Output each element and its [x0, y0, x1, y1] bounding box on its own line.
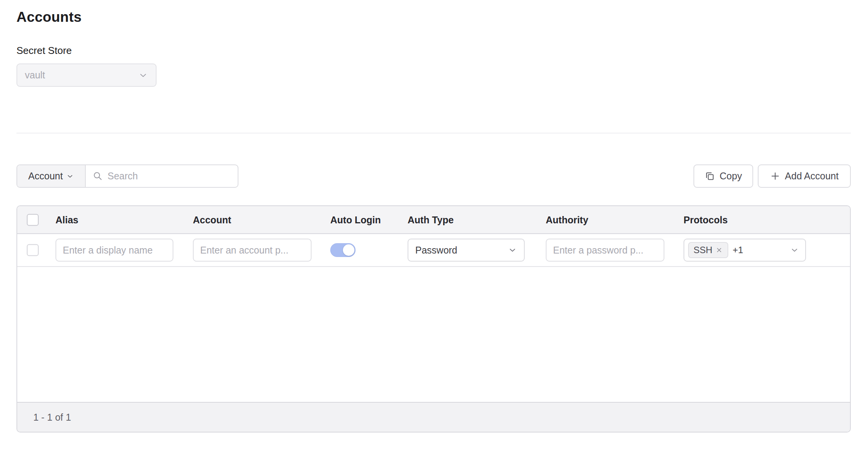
column-header-auto-login: Auto Login	[330, 214, 381, 225]
auth-type-value: Password	[415, 245, 457, 256]
table-header: Alias Account Auto Login Auth Type Autho…	[17, 206, 850, 234]
plus-icon	[770, 171, 780, 181]
search-input[interactable]	[108, 171, 231, 182]
toggle-knob	[343, 244, 354, 256]
column-header-authority: Authority	[546, 214, 588, 225]
search-box	[86, 165, 238, 187]
copy-button[interactable]: Copy	[693, 164, 753, 188]
authority-input[interactable]	[546, 239, 664, 262]
copy-button-label: Copy	[720, 171, 742, 182]
alias-input[interactable]	[55, 239, 173, 262]
table-empty-area	[17, 267, 850, 402]
account-input[interactable]	[193, 239, 312, 262]
chevron-down-icon	[66, 172, 74, 180]
search-icon	[93, 171, 103, 181]
section-divider	[16, 133, 851, 133]
add-account-button[interactable]: Add Account	[758, 164, 851, 188]
table-footer: 1 - 1 of 1	[17, 402, 850, 432]
protocol-tag-label: SSH	[693, 245, 712, 255]
filter-field-dropdown[interactable]: Account	[17, 165, 86, 187]
column-header-auth-type: Auth Type	[408, 214, 454, 225]
auto-login-toggle[interactable]	[330, 243, 356, 257]
protocols-more-count: +1	[733, 245, 743, 255]
copy-icon	[705, 171, 715, 181]
chevron-down-icon	[790, 246, 799, 255]
filter-field-label: Account	[28, 171, 63, 182]
select-all-checkbox[interactable]	[27, 214, 39, 226]
secret-store-label: Secret Store	[16, 45, 72, 57]
accounts-page: Accounts Secret Store vault Account Copy	[0, 0, 868, 452]
remove-protocol-icon[interactable]	[715, 246, 723, 254]
page-title: Accounts	[16, 9, 82, 25]
chevron-down-icon	[508, 246, 517, 255]
secret-store-value: vault	[25, 70, 45, 81]
add-account-button-label: Add Account	[785, 171, 839, 182]
secret-store-select[interactable]: vault	[16, 63, 157, 87]
accounts-table: Alias Account Auto Login Auth Type Autho…	[16, 205, 851, 432]
row-checkbox[interactable]	[27, 244, 39, 256]
table-row: Password SSH +1	[17, 234, 850, 267]
auth-type-select[interactable]: Password	[408, 239, 525, 262]
protocol-tag-ssh: SSH	[688, 242, 728, 258]
column-header-protocols: Protocols	[684, 214, 728, 225]
search-group: Account	[16, 164, 238, 188]
pagination-range: 1 - 1 of 1	[33, 412, 71, 423]
chevron-down-icon	[138, 70, 148, 80]
column-header-account: Account	[193, 214, 231, 225]
column-header-alias: Alias	[55, 214, 78, 225]
protocols-select[interactable]: SSH +1	[684, 239, 806, 262]
